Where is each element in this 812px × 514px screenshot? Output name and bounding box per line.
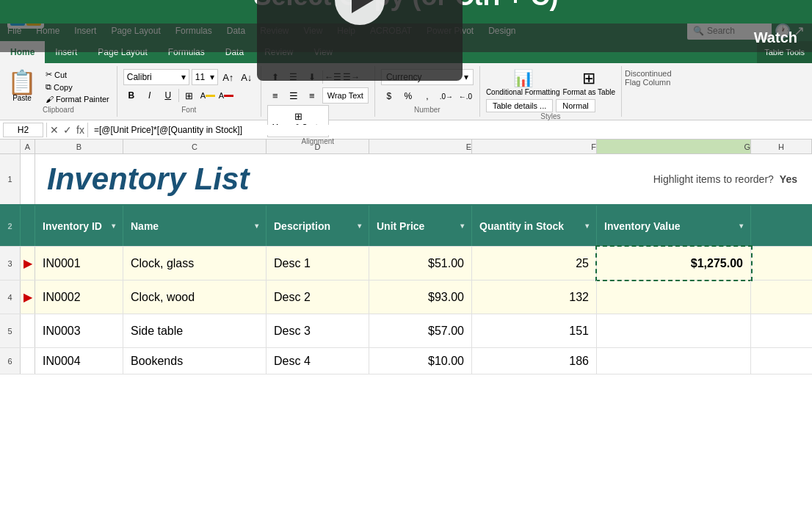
header-value-filter[interactable]: ▾ [739, 222, 743, 230]
data-row1-qty[interactable]: 25 [472, 247, 597, 280]
formula-fx-icon[interactable]: fx [76, 124, 84, 136]
col-header-e[interactable]: E [369, 140, 472, 153]
header-name-filter[interactable]: ▾ [255, 222, 258, 230]
fill-color-button[interactable]: A [200, 87, 216, 104]
data-row4-desc[interactable]: Desc 4 [267, 348, 369, 374]
tab-data[interactable]: Data [215, 41, 254, 63]
close-button[interactable]: ✕ [778, 0, 812, 21]
data-row2-name[interactable]: Clock, wood [123, 280, 267, 314]
search-box[interactable]: 🔍 [687, 22, 772, 40]
italic-button[interactable]: I [142, 87, 158, 104]
dec-increase-button[interactable]: .0→ [438, 88, 454, 104]
align-center-button[interactable]: ☰ [286, 87, 302, 104]
data-row3-qty[interactable]: 151 [472, 314, 597, 347]
header-unit-price: Unit Price ▾ [369, 206, 472, 246]
data-row1-value[interactable]: $1,275.00 [597, 247, 751, 280]
data-row4-name[interactable]: Bookends [123, 348, 267, 374]
quick-access-undo[interactable]: ↩ [65, 5, 73, 16]
data-row-3: 5 IN0003 Side table Desc 3 $57.00 151 [0, 314, 812, 348]
menu-formulas[interactable]: Formulas [168, 21, 220, 41]
video-player[interactable] [257, 0, 463, 81]
data-row2-price[interactable]: $93.00 [369, 280, 472, 314]
wrap-text-button[interactable]: Wrap Text [322, 87, 369, 104]
column-headers: A B C D E F G H [0, 140, 812, 154]
data-row1-name[interactable]: Clock, glass [123, 247, 267, 280]
formula-confirm-icon[interactable]: ✓ [63, 124, 72, 136]
normal-style-button[interactable]: Normal [556, 99, 595, 112]
data-row4-id[interactable]: IN0004 [35, 348, 123, 374]
col-header-a[interactable]: A [21, 140, 35, 153]
table-details-button[interactable]: Table details ... [486, 99, 553, 112]
tab-formulas[interactable]: Formulas [158, 41, 215, 63]
menu-page-layout[interactable]: Page Layout [104, 21, 167, 41]
align-left-button[interactable]: ≡ [267, 87, 283, 104]
data-row4-price[interactable]: $10.00 [369, 348, 472, 374]
share-icon[interactable]: ↗ [794, 23, 805, 39]
data-row1-price[interactable]: $51.00 [369, 247, 472, 280]
decrease-font-button[interactable]: A↓ [239, 69, 255, 85]
col-header-b[interactable]: B [35, 140, 123, 153]
header-id-filter[interactable]: ▾ [112, 222, 115, 230]
data-row1-desc[interactable]: Desc 1 [267, 247, 369, 280]
data-row3-id[interactable]: IN0003 [35, 314, 123, 347]
data-row1-id[interactable]: IN0001 [35, 247, 123, 280]
font-color-button[interactable]: A [218, 87, 234, 104]
data-row2-desc[interactable]: Desc 2 [267, 280, 369, 314]
play-button[interactable] [335, 0, 385, 25]
font-size-chevron: ▾ [210, 72, 214, 82]
format-as-table-button[interactable]: ⊞ Format as Table [562, 69, 615, 96]
inventory-title-cell: Inventory List [35, 154, 653, 204]
clipboard-buttons: 📋 Paste ✂ Cut ⧉ Copy 🖌 Format Painter [4, 69, 112, 106]
tab-home[interactable]: Home [0, 41, 45, 63]
col-header-d[interactable]: D [267, 140, 369, 153]
conditional-formatting-button[interactable]: 📊 Conditional Formatting [486, 69, 560, 96]
cut-button[interactable]: ✂ Cut [43, 69, 112, 80]
dollar-button[interactable]: $ [381, 88, 397, 104]
tab-page-layout[interactable]: Page Layout [87, 41, 157, 63]
wrap-text-label: Wrap Text [327, 91, 363, 100]
cell-reference-input[interactable] [3, 123, 43, 137]
col-header-g[interactable]: G [597, 140, 751, 153]
font-family-dropdown[interactable]: Calibri ▾ [123, 69, 189, 85]
menu-data[interactable]: Data [220, 21, 253, 41]
formula-cancel-icon[interactable]: ✕ [50, 124, 59, 136]
tab-insert[interactable]: Insert [45, 41, 87, 63]
col-header-h[interactable]: H [751, 140, 812, 153]
data-row3-price[interactable]: $57.00 [369, 314, 472, 347]
format-painter-button[interactable]: 🖌 Format Painter [43, 94, 112, 104]
data-row2-qty[interactable]: 132 [472, 280, 597, 314]
data-row3-value[interactable] [597, 314, 751, 347]
history-icon[interactable]: 🕐 [775, 23, 791, 39]
data-row3-desc[interactable]: Desc 3 [267, 314, 369, 347]
menu-design[interactable]: Design [481, 21, 523, 41]
row-num-spacer [0, 140, 21, 153]
data-row3-name[interactable]: Side table [123, 314, 267, 347]
dec-decrease-button[interactable]: ←.0 [457, 88, 474, 104]
header-price-filter[interactable]: ▾ [460, 222, 464, 230]
copy-button[interactable]: ⧉ Copy [43, 82, 112, 93]
formula-input[interactable] [91, 125, 809, 135]
header-desc-filter[interactable]: ▾ [358, 222, 361, 230]
bold-button[interactable]: B [123, 87, 139, 104]
minimize-button[interactable]: — [711, 0, 744, 21]
paste-button[interactable]: 📋 Paste [4, 69, 40, 104]
data-row4-qty[interactable]: 186 [472, 348, 597, 374]
col-header-f[interactable]: F [472, 140, 597, 153]
underline-button[interactable]: U [160, 87, 176, 104]
col-header-c[interactable]: C [123, 140, 267, 153]
increase-font-button[interactable]: A↑ [220, 69, 236, 85]
align-right-button[interactable]: ≡ [304, 87, 320, 104]
maximize-button[interactable]: ☐ [744, 0, 778, 21]
font-size-dropdown[interactable]: 11 ▾ [192, 69, 218, 85]
font-size-value: 11 [195, 72, 205, 82]
search-input[interactable] [707, 26, 766, 36]
quick-access-save[interactable]: 💾 [48, 5, 60, 16]
percent-button[interactable]: % [400, 88, 416, 104]
quick-access-redo[interactable]: ↪ [77, 5, 85, 16]
comma-button[interactable]: , [419, 88, 435, 104]
data-row4-value[interactable] [597, 348, 751, 374]
border-button[interactable]: ⊞ [181, 87, 197, 104]
data-row2-id[interactable]: IN0002 [35, 280, 123, 314]
header-qty-filter[interactable]: ▾ [585, 222, 589, 230]
data-row2-value[interactable] [597, 280, 751, 314]
